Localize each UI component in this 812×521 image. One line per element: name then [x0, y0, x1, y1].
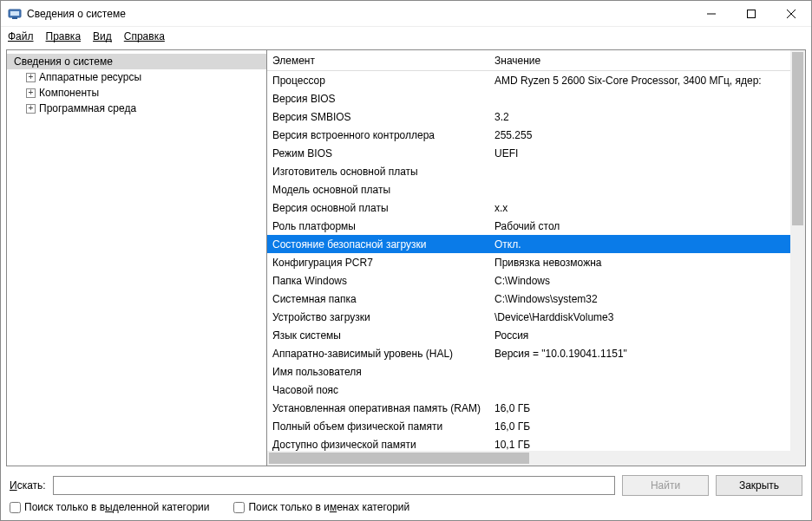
list-body: ПроцессорAMD Ryzen 5 2600 Six-Core Proce… — [267, 71, 805, 466]
find-button[interactable]: Найти — [622, 475, 709, 496]
checkbox-category-names[interactable] — [233, 502, 245, 513]
cell-value: 16,0 ГБ — [494, 402, 805, 414]
list-header: Элемент Значение — [267, 50, 805, 71]
menu-file[interactable]: Файл — [8, 30, 34, 42]
cell-value: 10,1 ГБ — [494, 439, 805, 451]
expand-icon[interactable]: + — [26, 73, 36, 82]
expand-icon[interactable]: + — [26, 104, 36, 114]
cell-element: Папка Windows — [272, 275, 494, 287]
expand-icon[interactable]: + — [26, 88, 36, 98]
list-row[interactable]: Версия основной платыx.x — [267, 199, 805, 217]
cell-value: C:\Windows — [494, 275, 805, 287]
menubar: Файл Правка Вид Справка — [1, 27, 811, 46]
list-row[interactable]: ПроцессорAMD Ryzen 5 2600 Six-Core Proce… — [267, 71, 805, 89]
horizontal-scrollbar[interactable] — [267, 451, 790, 466]
cell-value: Рабочий стол — [494, 220, 805, 232]
search-row: Искать: Найти Закрыть — [10, 475, 802, 496]
list-pane: Элемент Значение ПроцессорAMD Ryzen 5 26… — [267, 50, 805, 466]
cell-element: Системная папка — [272, 293, 494, 305]
search-label: Искать: — [10, 479, 46, 492]
cell-element: Роль платформы — [272, 220, 494, 232]
list-row[interactable]: Папка WindowsC:\Windows — [267, 271, 805, 290]
window-title: Сведения о системе — [27, 8, 691, 20]
list-row[interactable]: Режим BIOSUEFI — [267, 144, 805, 162]
content-area: Сведения о системе + Аппаратные ресурсы … — [6, 49, 806, 466]
tree-item-label: Программная среда — [39, 102, 136, 114]
search-options: Поиск только в выделенной категории Поис… — [10, 501, 802, 513]
list-row[interactable]: Устройство загрузки\Device\HarddiskVolum… — [267, 308, 805, 326]
list-row[interactable]: Роль платформыРабочий стол — [267, 217, 805, 235]
svg-rect-4 — [748, 10, 756, 17]
list-row[interactable]: Аппаратно-зависимый уровень (HAL)Версия … — [267, 344, 805, 362]
list-row[interactable]: Состояние безопасной загрузкиОткл. — [267, 235, 805, 253]
list-row[interactable]: Системная папкаC:\Windows\system32 — [267, 290, 805, 308]
tree-item-hardware[interactable]: + Аппаратные ресурсы — [7, 69, 266, 85]
minimize-button[interactable] — [691, 1, 731, 27]
scrollbar-thumb[interactable] — [269, 453, 529, 464]
list-row[interactable]: Полный объем физической памяти16,0 ГБ — [267, 417, 805, 435]
tree-item-components[interactable]: + Компоненты — [7, 85, 266, 101]
window-buttons — [691, 1, 811, 27]
cell-element: Процессор — [272, 75, 494, 87]
cell-value: C:\Windows\system32 — [494, 293, 805, 305]
tree-root-label: Сведения о системе — [14, 55, 113, 68]
list-row[interactable]: Установленная оперативная память (RAM)16… — [267, 399, 805, 417]
list-row[interactable]: Версия встроенного контроллера255.255 — [267, 126, 805, 144]
list-row[interactable]: Язык системыРоссия — [267, 326, 805, 344]
cell-element: Установленная оперативная память (RAM) — [272, 402, 494, 414]
cell-value: UEFI — [494, 147, 805, 160]
tree-item-label: Аппаратные ресурсы — [39, 71, 141, 83]
list-row[interactable]: Конфигурация PCR7Привязка невозможна — [267, 253, 805, 271]
titlebar: Сведения о системе — [1, 1, 811, 27]
search-panel: Искать: Найти Закрыть Поиск только в выд… — [1, 470, 811, 520]
menu-edit[interactable]: Правка — [46, 30, 82, 42]
column-header-element[interactable]: Элемент — [272, 55, 494, 67]
app-icon — [8, 7, 22, 21]
scroll-corner — [790, 451, 805, 466]
cell-value: \Device\HarddiskVolume3 — [494, 311, 805, 323]
window: Сведения о системе Файл Правка Вид Справ… — [0, 0, 812, 521]
checkbox-selected-category[interactable] — [10, 502, 21, 513]
cell-value: Версия = "10.0.19041.1151" — [494, 348, 805, 360]
tree-item-label: Компоненты — [39, 87, 99, 99]
vertical-scrollbar[interactable] — [790, 50, 805, 451]
close-search-button[interactable]: Закрыть — [716, 475, 802, 496]
list-row[interactable]: Часовой пояс — [267, 381, 805, 399]
cell-element: Режим BIOS — [272, 147, 494, 160]
close-button[interactable] — [771, 1, 811, 27]
cell-value: 255.255 — [494, 129, 805, 141]
tree-root[interactable]: Сведения о системе — [7, 54, 266, 69]
cell-element: Устройство загрузки — [272, 311, 494, 323]
cell-value: 16,0 ГБ — [494, 420, 805, 433]
cell-element: Состояние безопасной загрузки — [272, 238, 494, 251]
cell-value: Откл. — [494, 238, 805, 251]
list-row[interactable]: Модель основной платы — [267, 180, 805, 199]
svg-rect-2 — [10, 11, 19, 16]
cell-element: Аппаратно-зависимый уровень (HAL) — [272, 348, 494, 360]
cell-value: AMD Ryzen 5 2600 Six-Core Processor, 340… — [494, 75, 805, 87]
cell-element: Имя пользователя — [272, 366, 494, 378]
column-header-value[interactable]: Значение — [494, 55, 805, 67]
cell-value: x.x — [494, 202, 805, 214]
cell-element: Конфигурация PCR7 — [272, 257, 494, 269]
menu-view[interactable]: Вид — [93, 30, 112, 42]
maximize-button[interactable] — [731, 1, 771, 27]
list-row[interactable]: Имя пользователя — [267, 362, 805, 381]
menu-help[interactable]: Справка — [124, 30, 165, 42]
cell-element: Версия BIOS — [272, 93, 494, 105]
list-row[interactable]: Изготовитель основной платы — [267, 162, 805, 180]
check-category-names[interactable]: Поиск только в именах категорий — [233, 501, 409, 513]
list-row[interactable]: Версия BIOS — [267, 89, 805, 107]
cell-value: 3.2 — [494, 111, 805, 123]
cell-element: Модель основной платы — [272, 184, 494, 196]
search-input[interactable] — [53, 476, 615, 495]
tree-pane: Сведения о системе + Аппаратные ресурсы … — [7, 50, 267, 466]
cell-element: Версия встроенного контроллера — [272, 129, 494, 141]
cell-value: Привязка невозможна — [494, 257, 805, 269]
list-row[interactable]: Версия SMBIOS3.2 — [267, 107, 805, 126]
tree-item-software[interactable]: + Программная среда — [7, 101, 266, 116]
cell-value: Россия — [494, 329, 805, 342]
scrollbar-thumb[interactable] — [792, 52, 803, 225]
cell-element: Полный объем физической памяти — [272, 420, 494, 433]
check-selected-category[interactable]: Поиск только в выделенной категории — [10, 501, 209, 513]
